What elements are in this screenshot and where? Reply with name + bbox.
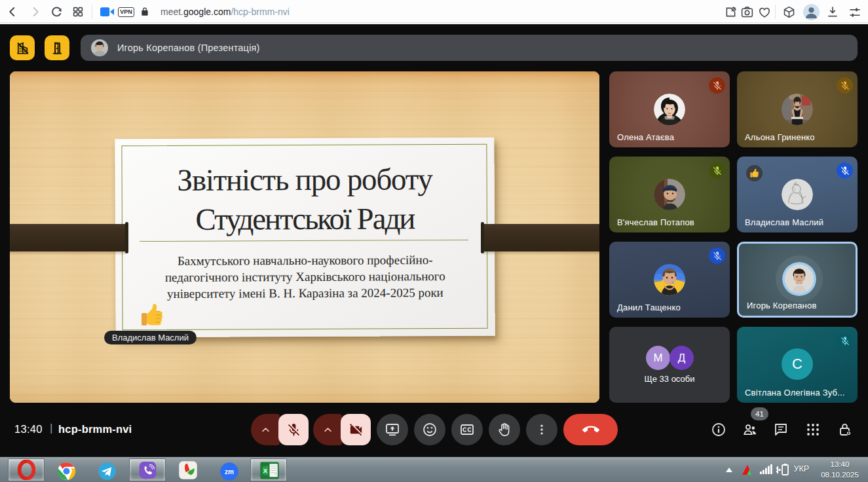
svg-text:X: X bbox=[263, 467, 268, 474]
svg-text:zm: zm bbox=[225, 468, 234, 475]
